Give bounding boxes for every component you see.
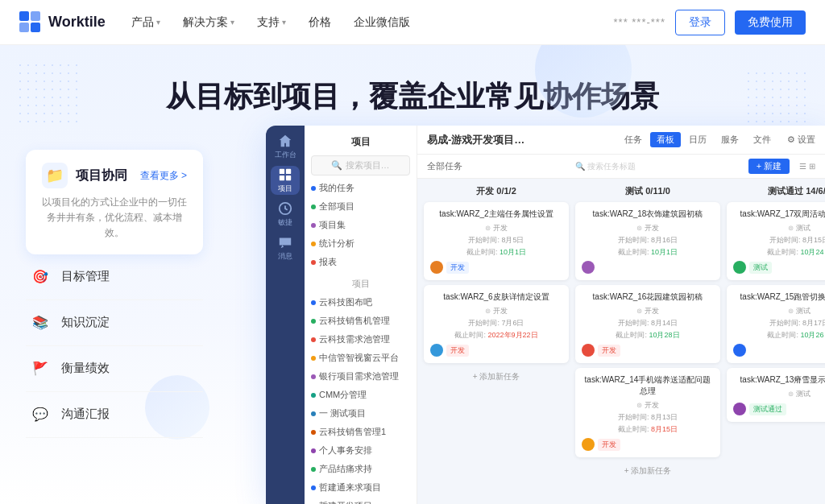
leftnav-proj-8[interactable]: 个人事务安排 (305, 441, 417, 460)
leftnav-proj-7[interactable]: 云科技销售管理1 (305, 423, 417, 441)
tab-calendar[interactable]: 日历 (682, 132, 713, 147)
sidebar-message[interactable]: 消息 (271, 233, 300, 262)
avatar (582, 344, 595, 357)
card-end: 截止时间: 10月1日 (430, 247, 562, 258)
nav-solution[interactable]: 解决方案▾ (183, 15, 234, 30)
svg-rect-0 (19, 11, 29, 21)
leftnav-proj-6[interactable]: CMM分管理 (305, 386, 417, 404)
project-collab-card[interactable]: 📁 项目协同 查看更多 > 以项目化的方式让企业中的一切任务井井有条，优化流程、… (26, 150, 203, 254)
card-status: ⊙ 测试 (733, 389, 825, 399)
col-header-dev: 开发 0/1/2 (424, 185, 569, 197)
free-trial-button[interactable]: 免费使用 (735, 10, 806, 35)
card-status: ⊙ 开发 (430, 223, 562, 233)
menu-item-performance[interactable]: 🚩 衡量绩效 (26, 346, 203, 392)
card-more-link[interactable]: 查看更多 > (140, 169, 187, 183)
add-task-link[interactable]: + 添加新任务 (424, 368, 569, 386)
leftnav-proj-2[interactable]: 云科技销售机管理 (305, 312, 417, 330)
card-end: 截止时间: 10月1日 (582, 247, 714, 258)
menu-item-communication[interactable]: 💬 沟通汇报 (26, 392, 203, 438)
nav-support[interactable]: 支持▾ (257, 15, 286, 30)
card-status: ⊙ 开发 (582, 306, 714, 316)
leftnav-all-projects[interactable]: 全部项目 (305, 197, 417, 216)
app-main: 易成-游戏开发项目… 任务 看板 日历 服务 文件 ⚙ 设置 全部任务 🔍 搜索… (417, 126, 825, 504)
leftnav-proj-3[interactable]: 云科技需求池管理 (305, 330, 417, 349)
avatar (582, 261, 595, 274)
logo-text: Worktile (48, 14, 106, 31)
leftnav-stats[interactable]: 统计分析 (305, 234, 417, 253)
dot-icon (311, 448, 316, 453)
chevron-down-icon: ▾ (156, 18, 160, 27)
card-title: task:WARZ_16花园建筑园初稿 (582, 291, 714, 303)
settings-link[interactable]: ⚙ 设置 (787, 134, 815, 146)
view-options[interactable]: ☰ ⊞ (799, 162, 815, 171)
kanban-card[interactable]: task:WARZ_16花园建筑园初稿 ⊙ 开发 开始时间: 8月14日 截止时… (575, 285, 720, 363)
dot-icon (311, 393, 316, 398)
kanban-card[interactable]: task:WARZ_6皮肤详情定设置 ⊙ 开发 开始时间: 7月6日 截止时间:… (424, 285, 569, 363)
project-title: 易成-游戏开发项目… (427, 133, 524, 147)
card-tag: 测试 (749, 262, 772, 274)
leftnav-proj-1[interactable]: 云科技图布吧 (305, 293, 417, 312)
logo-icon (19, 11, 42, 34)
nav-product[interactable]: 产品▾ (131, 15, 160, 30)
card-start: 开始时间: 8月5日 (430, 235, 562, 246)
kanban-card[interactable]: task:WARZ_15跑管切换任务总路 ⊙ 测试 开始时间: 8月17日 截止… (727, 285, 825, 363)
menu-label-goal: 目标管理 (61, 269, 110, 284)
tab-service[interactable]: 服务 (715, 132, 745, 147)
communication-icon: 💬 (29, 403, 52, 426)
tab-task[interactable]: 任务 (618, 132, 649, 147)
kanban-card[interactable]: task:WARZ_2主端任务属性设置 ⊙ 开发 开始时间: 8月5日 截止时间… (424, 202, 569, 280)
leftnav-search[interactable]: 🔍 搜索项目… (311, 155, 410, 176)
card-tag: 开发 (446, 262, 469, 274)
goal-icon: 🎯 (29, 266, 52, 288)
kanban-card[interactable]: task:WARZ_18衣饰建筑园初稿 ⊙ 开发 开始时间: 8月16日 截止时… (575, 202, 720, 280)
leftnav-proj-11[interactable]: 哲建开发项目 (305, 497, 417, 504)
menu-item-knowledge[interactable]: 📚 知识沉淀 (26, 300, 203, 346)
card-tag: 测试通过 (749, 403, 786, 415)
chevron-down-icon: ▾ (230, 18, 234, 27)
message-icon (278, 235, 292, 250)
kanban-board: 开发 0/1/2 task:WARZ_2主端任务属性设置 ⊙ 开发 开始时间: … (417, 179, 825, 504)
login-button[interactable]: 登录 (675, 10, 725, 35)
leftnav-proj-test[interactable]: 一 测试项目 (305, 404, 417, 423)
leftnav-title: 项目 (305, 132, 417, 152)
home-icon (278, 134, 292, 148)
leftnav-my-tasks[interactable]: 我的任务 (305, 179, 417, 197)
sidebar-agile[interactable]: 敏捷 (271, 200, 300, 229)
leftnav-proj-4[interactable]: 中信管智视窗云平台 (305, 349, 417, 367)
logo[interactable]: Worktile (19, 11, 106, 34)
leftnav-project-set[interactable]: 项目集 (305, 216, 417, 234)
leftnav-report[interactable]: 报表 (305, 253, 417, 271)
menu-item-goal[interactable]: 🎯 目标管理 (26, 254, 203, 300)
leftnav-proj-9[interactable]: 产品结痛求持 (305, 460, 417, 478)
leftnav-proj-5[interactable]: 银行项目需求池管理 (305, 367, 417, 386)
col-header-test: 测试 0/11/0 (575, 185, 720, 197)
dot-icon (311, 242, 316, 246)
nav-wechat[interactable]: 企业微信版 (354, 15, 410, 30)
kanban-card[interactable]: task:WARZ_14手机端养送适配问题总理 ⊙ 开发 开始时间: 8月13日… (575, 368, 720, 457)
kanban-card[interactable]: task:WARZ_17双周活动设计初稿 ⊙ 测试 开始时间: 8月15日 截止… (727, 202, 825, 280)
card-tag: 开发 (598, 439, 620, 451)
card-end: 截止时间: 10月24日 (733, 247, 825, 258)
add-task-button[interactable]: + 新建 (748, 159, 790, 174)
add-task-link[interactable]: + 添加新任务 (575, 462, 720, 480)
sidebar-project[interactable]: 项目 (271, 166, 300, 195)
sidebar-home[interactable]: 工作台 (271, 132, 300, 161)
card-icon: 📁 (42, 163, 68, 188)
card-status: ⊙ 测试 (733, 306, 825, 316)
dot-icon (311, 337, 316, 342)
tab-files[interactable]: 文件 (747, 132, 777, 147)
nav-pricing[interactable]: 价格 (309, 15, 331, 30)
menu-label-knowledge: 知识沉淀 (61, 315, 110, 330)
dot-icon (311, 319, 316, 324)
topbar-tabs: 任务 看板 日历 服务 文件 (618, 132, 777, 147)
card-status: ⊙ 开发 (582, 223, 714, 233)
card-header: 📁 项目协同 查看更多 > (42, 163, 187, 188)
leftnav-proj-10[interactable]: 哲建通来求项目 (305, 478, 417, 497)
kanban-card[interactable]: task:WARZ_13瘠雪显示任务总路 ⊙ 测试 测试通过 (727, 368, 825, 422)
dot-icon (311, 356, 316, 361)
card-status: ⊙ 测试 (733, 223, 825, 233)
card-end: 截止时间: 10月28日 (582, 330, 714, 341)
dot-icon (311, 485, 316, 490)
tab-kanban[interactable]: 看板 (650, 132, 681, 147)
card-footer (733, 344, 825, 357)
